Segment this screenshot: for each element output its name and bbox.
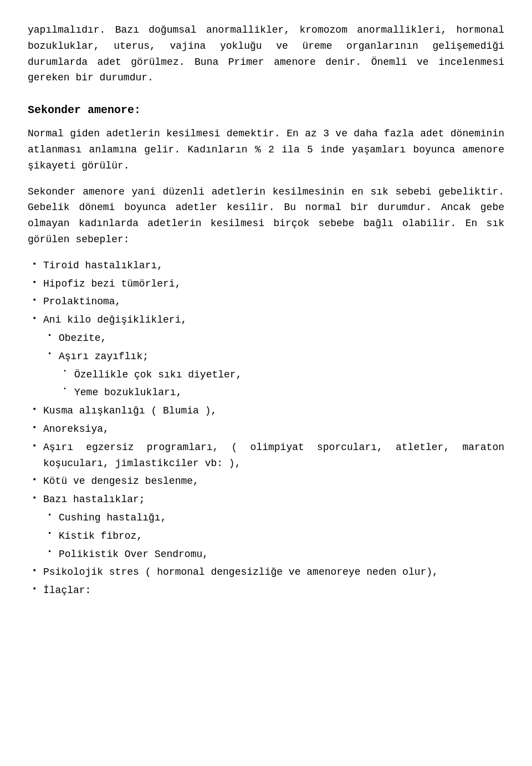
list-item: Kistik fibroz, (28, 528, 504, 544)
list-item: Tiroid hastalıkları, (28, 258, 504, 274)
list-item: Polikistik Over Sendromu, (28, 547, 504, 563)
main-content: yapılmalıdır. Bazı doğumsal anormallikle… (28, 22, 504, 599)
causes-list: Tiroid hastalıkları,Hipofiz bezi tümörle… (28, 258, 504, 599)
list-item: Kusma alışkanlığı ( Blumia ), (28, 403, 504, 419)
list-item: Prolaktinoma, (28, 294, 504, 310)
list-item: Özellikle çok sıkı diyetler, (28, 367, 504, 383)
list-item: Yeme bozuklukları, (28, 385, 504, 401)
normal-paragraph: Normal giden adetlerin kesilmesi demekti… (28, 126, 504, 173)
list-item: Bazı hastalıklar; (28, 492, 504, 508)
sebep-paragraph: Sekonder amenore yani düzenli adetlerin … (28, 184, 504, 248)
intro-paragraph: yapılmalıdır. Bazı doğumsal anormallikle… (28, 22, 504, 86)
list-item: Hipofiz bezi tümörleri, (28, 276, 504, 292)
sekonder-heading: Sekonder amenore: (28, 101, 504, 119)
list-item: Aşırı egzersiz programları, ( olimpiyat … (28, 440, 504, 472)
list-item: Psikolojik stres ( hormonal dengesizliğe… (28, 564, 504, 580)
list-item: İlaçlar: (28, 583, 504, 599)
list-item: Cushing hastalığı, (28, 510, 504, 526)
list-item: Anoreksiya, (28, 421, 504, 437)
list-item: Obezite, (28, 330, 504, 346)
list-item: Ani kilo değişiklikleri, (28, 312, 504, 328)
list-item: Aşırı zayıflık; (28, 349, 504, 365)
list-item: Kötü ve dengesiz beslenme, (28, 473, 504, 489)
